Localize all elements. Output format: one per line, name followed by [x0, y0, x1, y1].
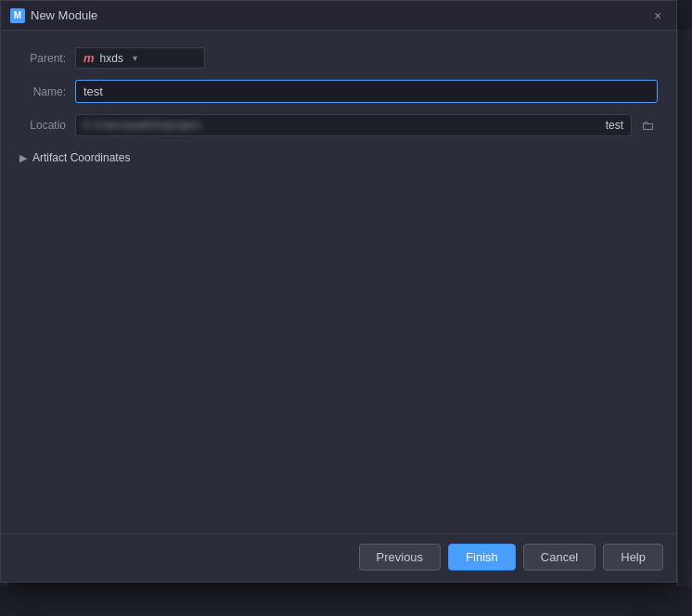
- dialog-body: Parent: m hxds ▾ Name: Locatio C:/Users/…: [1, 31, 676, 533]
- artifact-coordinates-section[interactable]: ▶ Artifact Coordinates: [19, 148, 658, 168]
- parent-name: hxds: [100, 52, 123, 65]
- dialog-title-bar: M New Module ×: [1, 1, 676, 31]
- parent-module-icon: m: [83, 51, 95, 65]
- browse-button[interactable]: 🗀: [637, 116, 658, 135]
- name-input[interactable]: [75, 80, 658, 103]
- previous-button[interactable]: Previous: [359, 544, 442, 571]
- dialog-content-area: [19, 168, 658, 520]
- artifact-coordinates-label: Artifact Coordinates: [32, 151, 130, 164]
- location-path: C:/Users/path/to/project: [83, 119, 602, 132]
- dialog-title: New Module: [31, 8, 97, 22]
- location-suffix: test: [606, 119, 623, 132]
- parent-row: Parent: m hxds ▾: [19, 47, 658, 69]
- parent-dropdown[interactable]: m hxds ▾: [75, 47, 205, 69]
- location-label: Locatio: [19, 119, 75, 132]
- location-field: C:/Users/path/to/project test: [75, 114, 632, 136]
- finish-button[interactable]: Finish: [448, 544, 516, 571]
- parent-label: Parent:: [19, 52, 75, 65]
- name-label: Name:: [19, 85, 75, 98]
- close-button[interactable]: ×: [648, 6, 667, 25]
- new-module-dialog: M New Module × Parent: m hxds ▾ Name: Lo…: [0, 0, 677, 583]
- expand-arrow-icon: ▶: [19, 152, 27, 164]
- dialog-icon: M: [10, 8, 25, 23]
- location-row: Locatio C:/Users/path/to/project test 🗀: [19, 114, 658, 136]
- cancel-button[interactable]: Cancel: [523, 544, 596, 571]
- help-button[interactable]: Help: [603, 544, 663, 571]
- name-row: Name:: [19, 80, 658, 103]
- side-panel-right: [677, 30, 692, 586]
- dialog-footer: Previous Finish Cancel Help: [1, 533, 676, 582]
- title-bar-left: M New Module: [10, 8, 97, 23]
- chevron-down-icon: ▾: [133, 53, 137, 63]
